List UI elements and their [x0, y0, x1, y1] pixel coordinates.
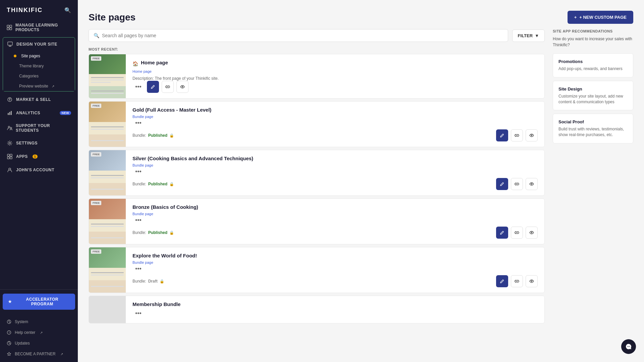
- silver-page-view-button[interactable]: [526, 178, 538, 190]
- page-card-explore: FREE: [89, 247, 545, 293]
- svg-point-30: [531, 232, 532, 233]
- sidebar-item-system[interactable]: System: [0, 316, 78, 327]
- gold-status-published: Published: [148, 133, 167, 138]
- sidebar-item-analytics-label: ANALYTICS: [16, 111, 40, 115]
- gold-page-menu-button[interactable]: •••: [132, 119, 144, 127]
- page-card-membership: Membership Bundle •••: [89, 296, 545, 323]
- rec-card-social-proof[interactable]: Social Proof Build trust with reviews, t…: [553, 114, 633, 143]
- search-input[interactable]: [102, 33, 503, 38]
- sidebar-item-market-sell-label: MARKET & SELL: [16, 97, 51, 102]
- home-page-link-button[interactable]: [162, 81, 174, 93]
- page-info-top-explore: Explore the World of Food! Bundle page •…: [132, 253, 538, 273]
- account-icon: [7, 167, 13, 173]
- new-custom-page-button[interactable]: + + NEW CUSTOM PAGE: [568, 11, 633, 24]
- explore-page-link-button[interactable]: [511, 275, 523, 287]
- membership-page-menu-button[interactable]: •••: [132, 309, 144, 318]
- rec-card-promotions[interactable]: Promotions Add pop-ups, rewards, and ban…: [553, 53, 633, 77]
- sidebar-search-icon[interactable]: 🔍: [64, 7, 71, 13]
- analytics-icon: [7, 110, 13, 116]
- home-page-view-button[interactable]: [176, 81, 189, 93]
- svg-point-29: [531, 184, 532, 185]
- sidebar-item-manage-learning-label: MANAGE LEARNING PRODUCTS: [15, 23, 71, 32]
- svg-rect-11: [9, 112, 10, 115]
- logo-text: THINKIFIC: [7, 7, 43, 14]
- sidebar-item-analytics[interactable]: ANALYTICS NEW: [0, 106, 78, 120]
- page-type-silver[interactable]: Bundle page: [132, 163, 538, 167]
- page-actions-bronze: •••: [132, 216, 538, 225]
- support-students-icon: [7, 125, 12, 131]
- sidebar-item-apps[interactable]: APPS 1: [0, 150, 78, 163]
- page-thumbnail-membership: [89, 296, 126, 323]
- page-thumbnail-home: FREE: [89, 54, 126, 98]
- sidebar-item-manage-learning[interactable]: MANAGE LEARNING PRODUCTS: [0, 19, 78, 36]
- page-thumbnail-bronze: FREE: [89, 199, 126, 244]
- apps-icon: [7, 154, 13, 160]
- sidebar-item-account-label: JOHN'S ACCOUNT: [16, 168, 54, 172]
- gold-page-edit-button[interactable]: [496, 129, 508, 141]
- page-name-silver: Silver (Cooking Basics and Advanced Tech…: [132, 156, 538, 161]
- filter-button[interactable]: FILTER ▼: [512, 29, 545, 42]
- sidebar-item-design-site[interactable]: DESIGN YOUR SITE: [3, 38, 75, 51]
- sidebar-item-categories[interactable]: Categories: [3, 71, 75, 81]
- accelerator-program-button[interactable]: ★ ACCELERATOR PROGRAM: [3, 294, 75, 310]
- explore-page-menu-button[interactable]: •••: [132, 264, 144, 273]
- eye-icon: [180, 84, 185, 89]
- sidebar-item-preview-website[interactable]: Preview website ↗: [3, 81, 75, 91]
- explore-page-edit-button[interactable]: [496, 275, 508, 287]
- sidebar-item-design-site-label: DESIGN YOUR SITE: [16, 42, 57, 47]
- explore-lock-icon: 🔒: [160, 279, 164, 284]
- svg-line-23: [9, 322, 10, 323]
- silver-page-link-button[interactable]: [511, 178, 523, 190]
- page-info-silver: Silver (Cooking Basics and Advanced Tech…: [126, 150, 544, 195]
- page-type-gold[interactable]: Bundle page: [132, 115, 538, 119]
- recommendations-desc: How do you want to increase your sales w…: [553, 36, 633, 48]
- sidebar-item-theme-library[interactable]: Theme library: [3, 61, 75, 71]
- sidebar-item-settings[interactable]: SETTINGS: [0, 136, 78, 150]
- page-status-bronze: Bundle: Published 🔒: [132, 227, 538, 239]
- bronze-page-menu-button[interactable]: •••: [132, 216, 144, 225]
- sidebar-item-account[interactable]: JOHN'S ACCOUNT: [0, 163, 78, 177]
- bronze-page-view-button[interactable]: [526, 227, 538, 239]
- bronze-lock-icon: 🔒: [169, 231, 174, 235]
- sidebar-logo-area: THINKIFIC 🔍: [0, 0, 78, 19]
- sidebar-item-become-partner[interactable]: BECOME A PARTNER ↗: [0, 349, 78, 359]
- page-info-explore: Explore the World of Food! Bundle page •…: [126, 247, 544, 293]
- gold-page-link-button[interactable]: [511, 129, 523, 141]
- bronze-page-edit-button[interactable]: [496, 227, 508, 239]
- svg-point-13: [8, 126, 10, 128]
- silver-page-menu-button[interactable]: •••: [132, 167, 144, 176]
- sidebar-item-help-center[interactable]: ? Help center ↗: [0, 327, 78, 338]
- pages-section: 🔍 FILTER ▼ MOST RECENT: FREE: [89, 29, 545, 351]
- chat-bubble[interactable]: [621, 339, 636, 354]
- home-page-edit-button[interactable]: [147, 81, 159, 93]
- help-center-icon: ?: [7, 330, 11, 335]
- promotions-title: Promotions: [558, 59, 628, 64]
- explore-page-view-button[interactable]: [526, 275, 538, 287]
- page-thumbnail-gold: FREE: [89, 102, 126, 147]
- svg-rect-5: [9, 46, 11, 47]
- search-icon: 🔍: [94, 33, 99, 38]
- page-actions-home: •••: [132, 81, 538, 93]
- page-type-bronze[interactable]: Bundle page: [132, 212, 538, 216]
- page-thumbnail-explore: FREE: [89, 247, 126, 293]
- sidebar-item-market-sell[interactable]: MARKET & SELL: [0, 93, 78, 106]
- page-type-home[interactable]: Home page: [132, 69, 538, 73]
- chat-icon: [625, 343, 632, 350]
- thumb-img-mid: [89, 74, 126, 86]
- page-actions-membership: •••: [132, 309, 538, 318]
- svg-point-34: [629, 346, 630, 347]
- silver-page-edit-button[interactable]: [496, 178, 508, 190]
- rec-card-site-design[interactable]: Site Design Customize your site layout, …: [553, 81, 633, 111]
- page-status-gold: Bundle: Published 🔒: [132, 129, 538, 141]
- gold-page-view-button[interactable]: [526, 129, 538, 141]
- link-icon: [165, 84, 170, 89]
- home-page-menu-button[interactable]: •••: [132, 82, 144, 91]
- sidebar-item-site-pages[interactable]: Site pages: [3, 51, 75, 61]
- bronze-page-link-button[interactable]: [511, 227, 523, 239]
- svg-point-33: [628, 346, 629, 347]
- sidebar-item-support-students[interactable]: SUPPORT YOUR STUDENTS: [0, 120, 78, 136]
- thumb-label-free-gold: FREE: [91, 104, 101, 108]
- page-actions-explore: •••: [132, 264, 538, 273]
- page-type-explore[interactable]: Bundle page: [132, 260, 538, 264]
- sidebar-item-updates[interactable]: Updates: [0, 338, 78, 349]
